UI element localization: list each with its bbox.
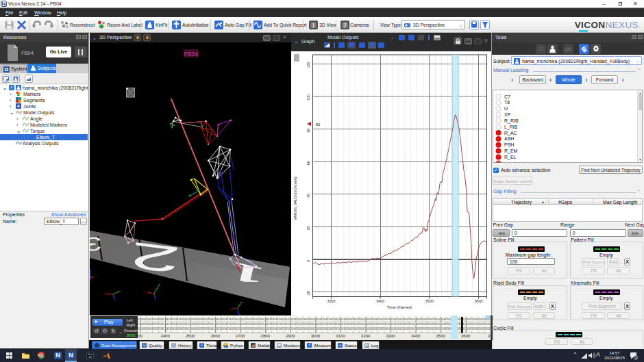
svg-text:20: 20	[306, 226, 310, 230]
svg-text:2400: 2400	[160, 334, 170, 338]
svg-text:U: U	[504, 106, 508, 111]
svg-text:120: 120	[306, 62, 310, 68]
svg-text:2800: 2800	[260, 334, 270, 338]
svg-text:3: 3	[90, 233, 103, 256]
svg-text:1: 1	[312, 22, 315, 29]
svg-text:0: 0	[306, 260, 310, 262]
svg-text:83: 83	[316, 122, 320, 127]
svg-text:3: 3	[634, 356, 636, 360]
svg-text:3300: 3300	[386, 334, 395, 338]
svg-text:00: 00	[138, 334, 143, 338]
svg-text:2: 2	[127, 234, 182, 281]
svg-text:40: 40	[306, 194, 310, 198]
svg-text:2700: 2700	[236, 334, 245, 338]
svg-text:C7: C7	[504, 94, 510, 99]
svg-text:R_RIB: R_RIB	[504, 118, 519, 124]
svg-text:2900: 2900	[286, 334, 295, 338]
svg-text:3600: 3600	[461, 334, 471, 338]
svg-text:3400: 3400	[410, 334, 420, 338]
svg-text:3600: 3600	[474, 299, 482, 303]
svg-text:3200: 3200	[360, 334, 370, 338]
svg-text:FB04: FB04	[184, 51, 199, 57]
svg-text:VARUS_VALGUS (N.mm): VARUS_VALGUS (N.mm)	[293, 177, 297, 220]
svg-text:2500: 2500	[185, 334, 195, 338]
svg-text:3400: 3400	[376, 299, 384, 303]
svg-text:R_EL: R_EL	[504, 155, 517, 160]
svg-text:R_AC: R_AC	[504, 131, 517, 136]
svg-text:PSH: PSH	[504, 142, 514, 147]
svg-text:2600: 2600	[210, 334, 220, 338]
svg-text:100: 100	[306, 94, 310, 101]
svg-text:L_RIB: L_RIB	[504, 125, 518, 130]
svg-text:2: 2	[343, 22, 347, 29]
svg-text:3000: 3000	[310, 334, 320, 338]
svg-text:ASH: ASH	[504, 136, 514, 141]
svg-text:Time (frames): Time (frames)	[386, 305, 412, 309]
svg-text:T8: T8	[504, 100, 510, 105]
svg-text:3100: 3100	[336, 334, 345, 338]
svg-text:XP: XP	[504, 112, 511, 117]
svg-text:60: 60	[306, 161, 310, 165]
svg-text:-20: -20	[306, 291, 310, 296]
svg-text:R_EM: R_EM	[504, 148, 518, 154]
svg-text:3500: 3500	[436, 334, 445, 338]
svg-text:80: 80	[306, 128, 310, 132]
svg-text:3500: 3500	[425, 299, 434, 303]
svg-text:3300: 3300	[327, 299, 335, 303]
